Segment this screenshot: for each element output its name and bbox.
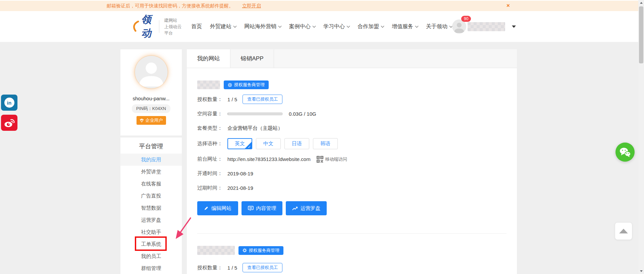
site1-auth-provider-button[interactable]: 授权服务商管理	[224, 80, 269, 89]
platform-menu-card: 平台管理 我的应用 外贸讲堂 在线客服 广告直投 智慧数据 运营罗盘 社交助手 …	[120, 138, 182, 274]
chevron-down-icon	[347, 24, 350, 28]
banner-message: 邮箱验证后，可用于快速找回密码，方便接收系统邮件提醒。	[107, 3, 233, 9]
content-management-button[interactable]: 内容管理	[241, 201, 282, 215]
trend-icon	[292, 206, 298, 211]
site1-header: 授权服务商管理	[197, 80, 506, 89]
site1-auth-count-row: 授权数量： 1 / 5 查看已授权员工	[197, 95, 506, 104]
mobile-access[interactable]: 移动端访问	[317, 156, 347, 163]
language-button-korean[interactable]: 韩语	[313, 138, 338, 149]
vertical-scrollbar[interactable]	[638, 0, 644, 274]
capacity-progress-bar	[227, 112, 283, 115]
my-websites-panel: 授权服务商管理 授权数量： 1 / 5 查看已授权员工 空间容量： 0.03G …	[187, 68, 517, 272]
auth-count-label: 授权数量：	[197, 265, 227, 271]
site2-auth-count-row: 授权数量： 1 / 5 查看已授权员工	[197, 263, 506, 272]
enterprise-user-badge[interactable]: 企业用户	[137, 116, 166, 125]
site1-frontend-url[interactable]: http://en.site78351233.ldwebsite.com	[227, 156, 311, 162]
gear-icon	[243, 248, 247, 253]
site2-view-authorized-staff-button[interactable]: 查看已授权员工	[243, 263, 282, 272]
qr-code-icon	[317, 156, 323, 163]
shield-v-icon	[140, 118, 144, 123]
nav-item-foreign-trade-site[interactable]: 外贸建站	[210, 23, 236, 30]
plan-label: 套餐类型：	[197, 125, 227, 131]
expire-date-label: 过期时间：	[197, 185, 227, 191]
site1-plan-row: 套餐类型： 企业营销平台（主题站）	[197, 124, 506, 133]
site1-language-row: 选择语种： 英文 ✓ 中文 日语 韩语	[197, 138, 506, 149]
gear-icon	[228, 83, 232, 87]
logo-tagline: 建网站 上领动云平台	[164, 17, 183, 36]
url-label: 前台网址：	[197, 156, 227, 162]
operation-compass-button[interactable]: 运营罗盘	[286, 201, 327, 215]
edit-website-button[interactable]: 编辑网站	[197, 201, 238, 215]
site1-url-row: 前台网址： http://en.site78351233.ldwebsite.c…	[197, 155, 506, 164]
site1-expire-date-row: 过期时间： 2021-08-19	[197, 183, 506, 193]
nav-item-cooperation[interactable]: 合作加盟	[358, 23, 384, 30]
language-button-chinese[interactable]: 中文	[256, 138, 281, 149]
auth-count-value: 1 / 5	[227, 97, 237, 102]
site2-header: 授权服务商管理	[197, 246, 506, 255]
site1-name-redacted	[197, 80, 220, 89]
sidebar-item-smart-data[interactable]: 智慧数据	[120, 202, 182, 214]
nav-item-about[interactable]: 关于领动	[426, 23, 452, 30]
nav-item-overseas-marketing[interactable]: 网站海外营销	[244, 23, 281, 30]
site2-name-redacted	[197, 246, 235, 255]
wechat-icon	[620, 147, 631, 157]
site1-open-date-row: 开通时间： 2019-08-19	[197, 169, 506, 178]
language-label: 选择语种：	[197, 141, 227, 147]
sidebar-item-ad-direct[interactable]: 广告直投	[120, 190, 182, 202]
linkedin-button[interactable]: in	[1, 95, 17, 111]
sidebar-item-my-staff[interactable]: 我的员工	[120, 250, 182, 262]
site1-capacity-row: 空间容量： 0.03G / 10G	[197, 109, 506, 118]
sidebar-item-social-assistant[interactable]: 社交助手	[120, 226, 182, 238]
chevron-down-icon	[381, 24, 384, 28]
nav-item-value-added-services[interactable]: 增值服务	[392, 23, 418, 30]
logo-swoosh-icon	[132, 20, 140, 33]
plan-value: 企业营销平台（主题站）	[227, 125, 283, 131]
user-account-menu[interactable]: 90	[452, 19, 516, 34]
tab-jinxiao-app[interactable]: 锦销APP	[230, 49, 274, 68]
language-button-english[interactable]: 英文 ✓	[227, 138, 252, 149]
weibo-button[interactable]	[1, 115, 17, 131]
triangle-up-icon	[619, 229, 628, 233]
capacity-value: 0.03G / 10G	[289, 111, 316, 117]
username-redacted	[468, 22, 505, 31]
sidebar-item-group-management[interactable]: 群组管理	[120, 262, 182, 274]
social-sidebar: in	[1, 95, 17, 135]
sidebar-item-foreign-trade-lecture[interactable]: 外贸讲堂	[120, 166, 182, 178]
scrollbar-up-arrow[interactable]	[638, 0, 644, 6]
wechat-contact-button[interactable]	[615, 143, 635, 162]
chevron-down-icon	[313, 24, 316, 28]
chevron-down-icon	[233, 24, 237, 28]
sidebar-item-operation-compass[interactable]: 运营罗盘	[120, 214, 182, 226]
profile-avatar[interactable]	[135, 55, 168, 89]
open-date-value: 2019-08-19	[227, 171, 253, 176]
main-content-card: 我的网站 锦销APP 授权服务商管理 授权数量：	[187, 49, 517, 274]
profile-card: shouhou-panw... PIN码：K04XN 企业用户	[120, 49, 182, 135]
expire-date-value: 2021-08-19	[227, 185, 253, 191]
sidebar-item-my-apps[interactable]: 我的应用	[120, 154, 182, 166]
banner-open-now-link[interactable]: 立即开启	[242, 3, 261, 9]
auth-count-label: 授权数量：	[197, 96, 227, 103]
sidebar-item-ticket-system[interactable]: 工单系统	[120, 238, 182, 250]
logo-text: 领动	[141, 13, 153, 40]
nav-item-learning-center[interactable]: 学习中心	[323, 23, 350, 30]
language-button-japanese[interactable]: 日语	[284, 138, 309, 149]
scrollbar-thumb[interactable]	[639, 6, 643, 63]
open-date-label: 开通时间：	[197, 170, 227, 177]
sidebar-item-online-service[interactable]: 在线客服	[120, 178, 182, 190]
email-verify-banner: 邮箱验证后，可用于快速找回密码，方便接收系统邮件提醒。 立即开启 ×	[0, 1, 638, 11]
check-icon: ✓	[248, 145, 251, 149]
scrollbar-down-arrow[interactable]	[638, 268, 644, 274]
chevron-down-icon	[278, 24, 282, 28]
nav-item-home[interactable]: 首页	[191, 23, 202, 30]
nav-item-case-center[interactable]: 案例中心	[289, 23, 315, 30]
logo[interactable]: 领动	[132, 13, 153, 40]
linkedin-icon: in	[4, 98, 14, 108]
notification-badge[interactable]: 90	[461, 16, 471, 22]
pin-code: PIN码：K04XN	[132, 104, 170, 113]
back-to-top-button[interactable]	[615, 222, 632, 240]
main-nav: 首页 外贸建站 网站海外营销 案例中心 学习中心 合作加盟 增值服务 关于领动	[191, 23, 452, 30]
site2-auth-provider-button[interactable]: 授权服务商管理	[238, 246, 283, 255]
banner-close-icon[interactable]: ×	[506, 2, 510, 9]
tab-my-websites[interactable]: 我的网站	[187, 49, 230, 68]
site1-view-authorized-staff-button[interactable]: 查看已授权员工	[243, 95, 282, 104]
